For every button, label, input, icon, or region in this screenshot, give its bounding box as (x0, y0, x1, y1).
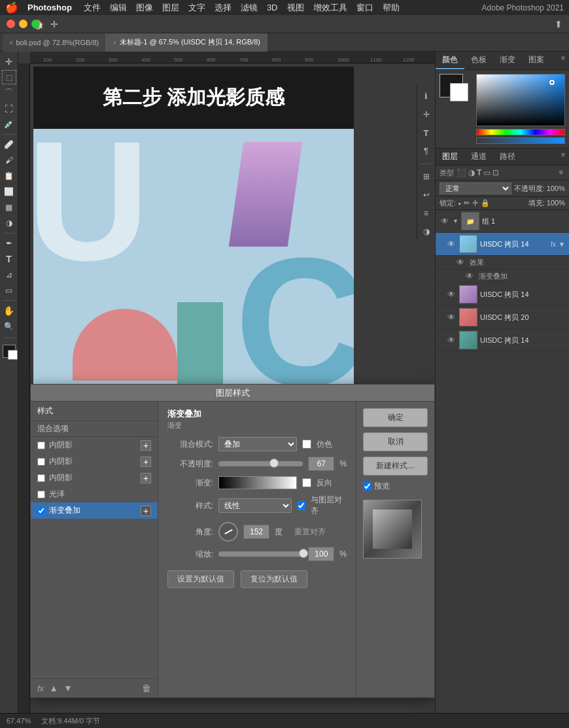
lock-image-icon[interactable]: ✏ (464, 199, 470, 207)
foreground-color[interactable] (3, 345, 16, 358)
minimize-button[interactable] (19, 20, 27, 28)
opacity-input[interactable] (308, 457, 334, 471)
layers-tab-layers[interactable]: 图层 (436, 148, 464, 165)
menu-plugins[interactable]: 增效工具 (313, 2, 347, 14)
angle-wheel[interactable] (218, 522, 238, 542)
angle-input[interactable] (243, 525, 269, 539)
brush-tool[interactable]: 🖌 (2, 153, 16, 167)
layers-tab-paths[interactable]: 路径 (493, 148, 522, 165)
pattern-tab[interactable]: 图案 (522, 52, 551, 69)
tab-close-boli[interactable]: × (9, 39, 13, 46)
layer-item-uisdc-20[interactable]: 👁 UISDC 拷贝 20 (436, 306, 569, 329)
layer-item-partial[interactable]: 👁 UISDC 拷贝 14 (436, 329, 569, 352)
zoom-tool[interactable]: 🔍 (2, 319, 16, 334)
layers-options-icon[interactable]: ≡ (557, 148, 569, 165)
align-layer-checkbox[interactable] (297, 501, 305, 510)
alpha-slider[interactable] (476, 137, 565, 144)
layer-item-uisdc-14-2[interactable]: 👁 UISDC 拷贝 14 (436, 283, 569, 306)
swatch-tab[interactable]: 色板 (464, 52, 493, 69)
apple-menu[interactable]: 🍎 (5, 1, 18, 14)
lock-all-icon[interactable]: 🔒 (481, 199, 490, 207)
style-type-select[interactable]: 线性 (218, 498, 292, 513)
opacity-slider-thumb[interactable] (269, 459, 279, 468)
tab-close-untitled[interactable]: × (112, 39, 116, 46)
filter-shape-icon[interactable]: ▭ (483, 168, 491, 177)
layer-group-1[interactable]: 👁 ▼ 📁 组 1 (436, 210, 569, 233)
lasso-tool[interactable]: ⌒ (2, 86, 16, 100)
share-icon[interactable]: ⬆ (555, 19, 562, 29)
rectangle-select-tool[interactable]: ⬚ (2, 70, 16, 84)
type-tool[interactable]: T (2, 252, 16, 266)
color-gradient-field[interactable] (476, 74, 565, 126)
move-down-icon[interactable]: ▼ (63, 683, 73, 693)
hand-tool[interactable]: ✋ (2, 303, 16, 318)
maximize-button[interactable] (31, 20, 40, 28)
eraser-tool[interactable]: ⬜ (2, 184, 16, 199)
pen-tool[interactable]: ✒ (2, 236, 16, 251)
layer-eye-1[interactable]: 👁 (446, 239, 457, 249)
add-style-btn-gradient[interactable]: + (141, 506, 151, 516)
eyedropper-tool[interactable]: 💉 (2, 117, 16, 131)
move-up-icon[interactable]: ▲ (49, 683, 58, 693)
layer-eye-group[interactable]: 👁 (440, 216, 450, 226)
add-style-btn-3[interactable]: + (141, 473, 151, 483)
close-button[interactable] (7, 20, 15, 28)
gradient-preview[interactable] (218, 476, 297, 489)
style-item-inner-shadow-2[interactable]: 内阴影 + (31, 453, 158, 470)
layer-eye-2[interactable]: 👁 (446, 289, 457, 300)
preview-checkbox[interactable] (363, 482, 371, 491)
scale-input[interactable] (308, 547, 334, 561)
crop-tool[interactable]: ⛶ (2, 101, 16, 116)
reset-default-button[interactable]: 复位为默认值 (241, 570, 307, 588)
menu-image[interactable]: 图像 (136, 2, 153, 14)
filter-smart-icon[interactable]: ⊡ (492, 168, 499, 177)
cancel-button[interactable]: 取消 (363, 432, 428, 451)
background-color[interactable] (8, 350, 18, 360)
menu-layer[interactable]: 图层 (162, 2, 179, 14)
lock-transparent-icon[interactable]: ▪ (458, 199, 461, 207)
layer-eye-gradient[interactable]: 👁 (464, 271, 475, 281)
style-check-2[interactable] (37, 458, 45, 466)
blend-mode-select[interactable]: 叠加 (218, 437, 297, 451)
tab-boli[interactable]: × boli.psd @ 72.8%(RGB/8) (3, 33, 106, 52)
filter-pixel-icon[interactable]: ⬛ (457, 168, 466, 177)
menu-file[interactable]: 文件 (84, 2, 101, 14)
healing-tool[interactable]: 🩹 (2, 137, 16, 152)
group-triangle[interactable]: ▼ (453, 218, 458, 224)
move-tool[interactable]: ✛ (2, 54, 16, 69)
panel-options-icon[interactable]: ≡ (557, 52, 569, 69)
menu-text[interactable]: 文字 (188, 2, 205, 14)
lock-position-icon[interactable]: ✛ (472, 199, 478, 207)
gradient-tool[interactable]: ▦ (2, 200, 16, 215)
fx-label[interactable]: fx (37, 684, 44, 693)
menu-help[interactable]: 帮助 (383, 2, 400, 14)
tab-untitled[interactable]: × 未标题-1 @ 67.5% (UISDC 拷贝 14, RGB/8) (106, 33, 267, 52)
add-style-btn-2[interactable]: + (141, 457, 151, 467)
color-tab[interactable]: 颜色 (436, 52, 464, 69)
layers-tab-channels[interactable]: 通道 (464, 148, 493, 165)
set-default-button[interactable]: 设置为默认值 (167, 570, 234, 588)
layer-eye-3[interactable]: 👁 (446, 312, 457, 322)
reverse-checkbox[interactable] (302, 478, 311, 487)
confirm-button[interactable]: 确定 (363, 408, 428, 427)
dodge-tool[interactable]: ◑ (2, 216, 16, 230)
menu-3d[interactable]: 3D (267, 3, 278, 12)
path-select-tool[interactable]: ⊿ (2, 268, 16, 282)
menu-view[interactable]: 视图 (287, 2, 304, 14)
style-item-gradient-overlay[interactable]: 渐变叠加 + (31, 502, 158, 519)
move-tool-options[interactable]: ✛ (50, 19, 58, 29)
shape-tool[interactable]: ▭ (2, 283, 16, 298)
filter-toggle[interactable]: ⚬ (557, 167, 565, 178)
style-item-inner-shadow-1[interactable]: 内阴影 + (31, 437, 158, 453)
opacity-slider[interactable] (218, 461, 303, 466)
dither-checkbox[interactable] (302, 440, 311, 449)
menu-window[interactable]: 窗口 (356, 2, 373, 14)
layer-mode-select[interactable]: 正常 (440, 182, 511, 194)
add-style-btn-1[interactable]: + (141, 440, 151, 451)
style-item-inner-shadow-3[interactable]: 内阴影 + (31, 470, 158, 486)
hue-slider[interactable] (476, 129, 565, 135)
scale-slider[interactable] (218, 551, 303, 557)
menu-edit[interactable]: 编辑 (110, 2, 127, 14)
menu-select[interactable]: 选择 (215, 2, 232, 14)
delete-style-icon[interactable]: 🗑 (142, 683, 151, 693)
